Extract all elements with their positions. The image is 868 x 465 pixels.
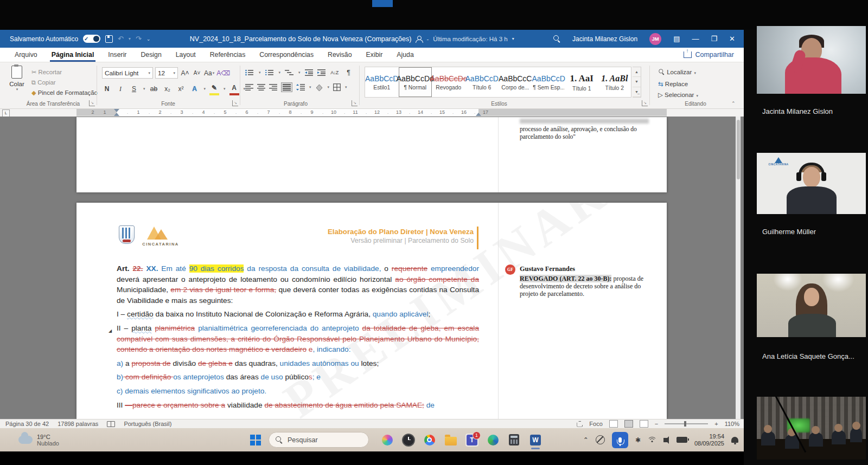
wifi-icon[interactable] (648, 437, 656, 443)
paragraph-1[interactable]: Art. 22. XX. Em até 90 dias corridos da … (117, 263, 479, 306)
styles-dialog-launcher[interactable]: ↘ (642, 100, 648, 106)
taskbar-clock[interactable]: 19:5408/09/2025 (694, 433, 724, 447)
sort-button[interactable]: A↓Z (330, 67, 340, 78)
page-indicator[interactable]: Página 30 de 42 (5, 421, 49, 427)
share-button[interactable]: Compartilhar (674, 48, 744, 62)
tab-arquivo[interactable]: Arquivo (8, 48, 44, 62)
zoom-slider[interactable] (665, 423, 708, 424)
qat-customize-icon[interactable]: ⌄ (146, 36, 151, 42)
read-mode-icon[interactable] (609, 420, 618, 428)
select-button[interactable]: ▷ Selecionar ▾ (658, 89, 698, 101)
first-line-indent-marker[interactable] (114, 109, 119, 112)
start-button[interactable] (250, 435, 261, 445)
tray-settings-icon[interactable]: ✱ (635, 436, 641, 444)
tab-exibir[interactable]: Exibir (359, 48, 390, 62)
grow-font-button[interactable]: A˄ (180, 68, 190, 79)
hanging-indent-marker[interactable] (114, 113, 119, 116)
align-left-button[interactable] (245, 84, 253, 91)
paragraph-5[interactable]: b) com definição os anteprojetos das áre… (117, 372, 479, 383)
account-avatar[interactable]: JM (649, 33, 661, 45)
line-spacing-button[interactable] (296, 84, 305, 91)
superscript-button[interactable]: x² (176, 83, 186, 94)
document-page-current[interactable]: PRELIMINAR CINCATARINA Elaboração do Pla… (76, 203, 667, 419)
bold-button[interactable]: N (102, 83, 112, 94)
comment-avatar[interactable]: GF (505, 264, 515, 275)
chrome-icon[interactable] (423, 434, 436, 447)
multilevel-list-button[interactable] (285, 69, 293, 76)
taskbar-weather-widget[interactable]: 19°CNublado (0, 434, 59, 447)
style--normal[interactable]: AaBbCcDd¶ Normal (399, 67, 432, 97)
paragraph-7[interactable]: III —parece e orçamento sobre a viabilid… (117, 400, 479, 411)
paste-button[interactable]: Colar ▾ (5, 66, 28, 92)
copy-button[interactable]: ⧉ Copiar (31, 78, 98, 88)
paragraph-2[interactable]: I – certidão da baixa no Instituto Nacio… (117, 309, 479, 320)
battery-icon[interactable] (676, 437, 687, 443)
ribbon-display-options-icon[interactable]: ▤ (673, 35, 680, 43)
participant-video-1[interactable] (757, 26, 866, 94)
participant-video-3[interactable] (757, 274, 866, 337)
borders-button[interactable] (333, 83, 341, 91)
shading-button[interactable] (315, 84, 323, 91)
horizontal-ruler[interactable]: 211·2·3·4·5·6·7·8·9·10·11·12·13·14·15·16… (76, 109, 667, 116)
decrease-indent-button[interactable] (305, 69, 313, 76)
align-right-button[interactable] (269, 84, 277, 91)
shrink-font-button[interactable]: A˅ (192, 68, 202, 79)
modified-caret-icon[interactable]: ▾ (512, 36, 514, 41)
show-formatting-marks-button[interactable]: ¶ (344, 67, 354, 78)
comment-card[interactable]: GF Gustavo Fernandes REVOGADO (ART. 22 a… (505, 264, 657, 298)
right-indent-marker[interactable] (476, 113, 481, 116)
focus-label[interactable]: Foco (589, 421, 602, 427)
subscript-button[interactable]: x₂ (163, 83, 173, 94)
styles-more-icon[interactable]: ▼̲ (633, 87, 641, 97)
document-paragraphs[interactable]: Art. 22. XX. Em até 90 dias corridos da … (117, 263, 479, 414)
word-count[interactable]: 17898 palavras (58, 421, 98, 427)
align-center-button[interactable] (257, 84, 265, 91)
zoom-out-button[interactable]: − (655, 421, 658, 427)
paragraph-6[interactable]: c) demais elementos significativos ao pr… (117, 386, 479, 397)
justify-button[interactable] (281, 82, 292, 92)
volume-icon[interactable] (663, 438, 667, 442)
style-título-2[interactable]: 1. AaBlTítulo 2 (598, 67, 631, 97)
document-canvas[interactable]: processo de análise, aprovação, e conclu… (0, 117, 744, 419)
bullet-list-button[interactable] (245, 69, 254, 76)
participant-video-2[interactable]: CINCATARINA (757, 153, 866, 214)
clear-formatting-button[interactable]: A⌫ (216, 68, 230, 79)
font-dialog-launcher[interactable]: ↘ (232, 100, 238, 106)
word-icon[interactable]: W (529, 434, 542, 447)
zoom-slider-thumb[interactable] (684, 421, 686, 427)
tab-ajuda[interactable]: Ajuda (390, 48, 420, 62)
close-button[interactable]: ✕ (729, 35, 735, 43)
paragraph-3[interactable]: ◢II – planta planimétrica planialtimétri… (117, 323, 479, 355)
increase-indent-button[interactable] (317, 69, 326, 76)
maximize-button[interactable]: ❐ (711, 35, 717, 43)
minimize-button[interactable]: — (692, 35, 699, 43)
tab-revisão[interactable]: Revisão (321, 48, 359, 62)
font-color-button[interactable]: A (229, 82, 239, 95)
teams-icon[interactable]: T1 (465, 434, 478, 447)
style-título-1[interactable]: 1. AaITítulo 1 (565, 67, 598, 97)
tab-correspondências[interactable]: Correspondências (252, 48, 321, 62)
style--sem-esp-[interactable]: AaBbCcD¶ Sem Esp... (532, 67, 566, 97)
styles-scroll-down-icon[interactable]: ▼ (633, 77, 641, 87)
focus-icon[interactable] (577, 421, 583, 427)
file-explorer-icon[interactable] (444, 434, 457, 447)
search-icon[interactable] (553, 35, 560, 42)
paragraph-dialog-launcher[interactable]: ↘ (352, 100, 358, 106)
edge-icon[interactable] (487, 434, 500, 447)
change-case-button[interactable]: Aa▾ (204, 68, 214, 79)
web-layout-icon[interactable] (640, 420, 648, 428)
hidden-icons-chevron[interactable]: ⌃ (583, 436, 589, 444)
zoom-in-button[interactable]: + (714, 421, 718, 427)
comment-partial[interactable]: processo de análise, aprovação, e conclu… (520, 119, 660, 140)
save-icon[interactable] (105, 35, 113, 43)
collapse-ribbon-icon[interactable]: ⌃ (731, 101, 736, 106)
proofing-icon[interactable] (107, 421, 115, 427)
account-name[interactable]: Jacinta Milanez Gislon (572, 35, 637, 43)
undo-icon[interactable]: ↶ (118, 35, 124, 43)
collapse-marker-icon[interactable]: ◢ (108, 326, 112, 337)
strikethrough-button[interactable]: ab (149, 83, 159, 94)
taskbar-search-box[interactable]: Pesquisar (269, 432, 369, 448)
style-corpo-de-[interactable]: AaBbCcCCorpo de... (499, 67, 532, 97)
tab-referências[interactable]: Referências (203, 48, 253, 62)
find-button[interactable]: Localizar ▾ (658, 67, 698, 79)
